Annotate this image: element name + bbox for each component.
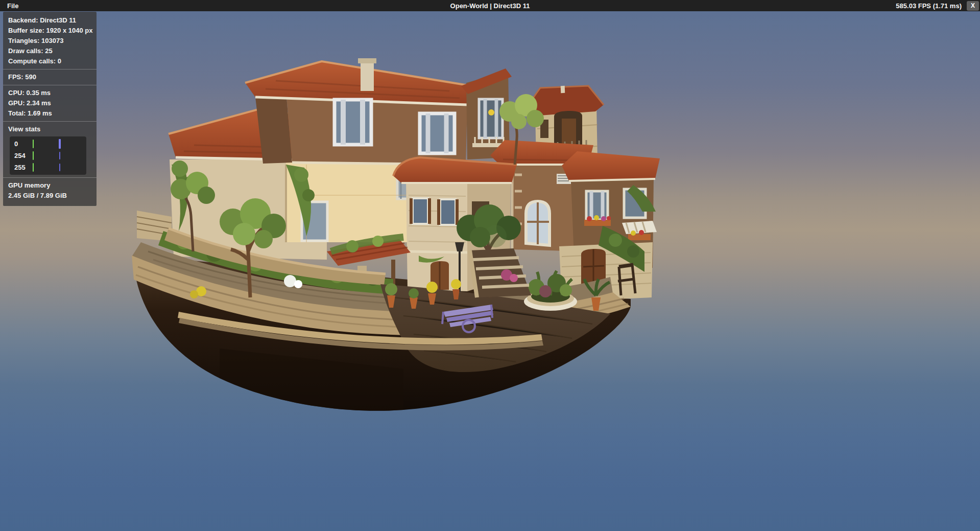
stairs-right: [470, 248, 531, 297]
stat-buffer-size: Buffer size: 1920 x 1040 px: [3, 26, 97, 36]
application-window: Open-World | Direct3D 11 File 585.03 FPS…: [0, 0, 980, 531]
histogram-row-label: 0: [10, 139, 18, 149]
histogram-row-label: 255: [10, 163, 26, 173]
stat-draw-calls: Draw calls: 25: [3, 46, 97, 56]
green-tick-icon: [33, 140, 34, 148]
gpu-memory-label: GPU memory: [3, 180, 97, 191]
stat-fps: FPS: 590: [3, 72, 97, 82]
stat-compute-calls: Compute calls: 0: [3, 56, 97, 66]
stats-panel: Backend: Direct3D 11 Buffer size: 1920 x…: [3, 12, 97, 206]
menubar-right: 585.03 FPS (1.71 ms) X: [896, 1, 980, 11]
blue-tick-icon: [59, 164, 60, 171]
stat-total: Total: 1.69 ms: [3, 108, 97, 119]
green-tick-icon: [33, 151, 34, 160]
green-tick-icon: [33, 163, 34, 172]
separator: [3, 69, 97, 70]
scene-render: [0, 11, 980, 531]
blue-tick-icon: [59, 152, 60, 159]
histogram-row-label: 254: [10, 151, 26, 161]
separator: [3, 121, 97, 122]
view-stats-label: View stats: [3, 124, 97, 134]
blue-tick-icon: [59, 139, 61, 149]
stat-gpu: GPU: 2.34 ms: [3, 98, 97, 108]
close-icon: X: [971, 2, 975, 9]
menu-bar: Open-World | Direct3D 11 File 585.03 FPS…: [0, 0, 980, 11]
gpu-memory-value: 2.45 GiB / 7.89 GiB: [3, 191, 97, 201]
file-menu[interactable]: File: [0, 0, 26, 11]
separator: [3, 177, 97, 178]
stat-cpu: CPU: 0.35 ms: [3, 88, 97, 98]
view-stats-histogram: 0 254 255: [10, 136, 86, 175]
viewport-3d[interactable]: [0, 11, 980, 531]
separator: [3, 85, 97, 85]
histogram-row: 255: [10, 161, 86, 173]
histogram-row: 254: [10, 150, 86, 161]
window-title: Open-World | Direct3D 11: [0, 2, 980, 10]
stat-triangles: Triangles: 103073: [3, 36, 97, 46]
histogram-row: 0: [10, 138, 86, 150]
house-tall-brown: [245, 58, 477, 165]
close-button[interactable]: X: [967, 1, 979, 11]
fps-display: 585.03 FPS (1.71 ms): [896, 2, 962, 10]
stat-backend: Backend: Direct3D 11: [3, 15, 97, 26]
